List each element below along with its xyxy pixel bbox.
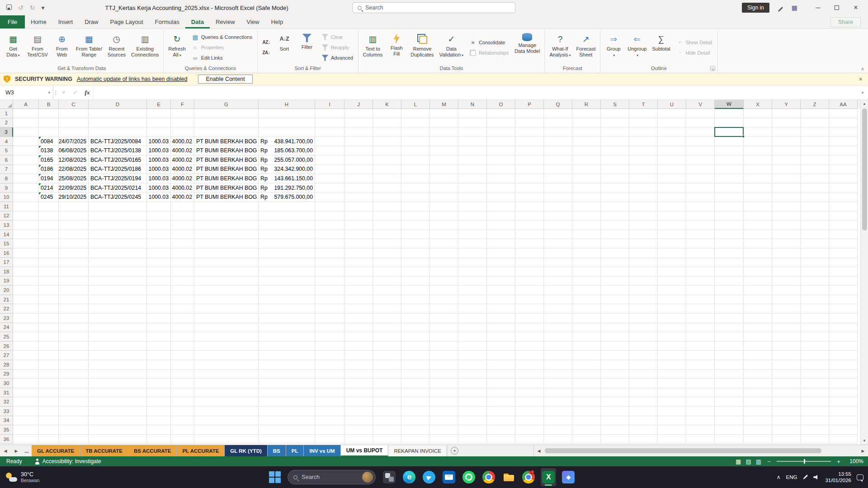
cell-y22[interactable] xyxy=(772,304,801,314)
cell-p11[interactable] xyxy=(515,202,544,211)
column-header-k[interactable]: K xyxy=(373,100,401,109)
cell-n17[interactable] xyxy=(458,258,487,267)
cell-p1[interactable] xyxy=(515,109,544,118)
cell-k34[interactable] xyxy=(373,416,401,426)
cell-k30[interactable] xyxy=(373,379,401,388)
cell-m3[interactable] xyxy=(430,127,458,137)
cell-n8[interactable] xyxy=(458,174,487,183)
cell-f22[interactable] xyxy=(171,304,194,314)
formula-bar-expand-icon[interactable]: ▾ xyxy=(857,85,868,99)
cell-n2[interactable] xyxy=(458,118,487,128)
cell-o33[interactable] xyxy=(487,407,515,416)
row-header-23[interactable]: 23 xyxy=(0,314,13,323)
cell-s26[interactable] xyxy=(601,342,629,351)
cell-l30[interactable] xyxy=(401,379,430,388)
ribbon-display-options-icon[interactable]: ▦ xyxy=(792,4,797,11)
cell-f31[interactable] xyxy=(171,388,194,398)
cell-s20[interactable] xyxy=(601,286,629,295)
cell-u10[interactable] xyxy=(658,192,686,202)
cell-x25[interactable] xyxy=(744,332,772,342)
cell-u22[interactable] xyxy=(658,304,686,314)
cell-v9[interactable] xyxy=(686,183,715,193)
cell-r8[interactable] xyxy=(572,174,601,183)
cell-e31[interactable] xyxy=(147,388,171,398)
column-header-i[interactable]: I xyxy=(315,100,344,109)
sheet-tab-inv-vs-um[interactable]: INV vs UM xyxy=(304,445,340,456)
cell-p22[interactable] xyxy=(515,304,544,314)
cell-z7[interactable] xyxy=(801,165,829,174)
cell-u19[interactable] xyxy=(658,277,686,286)
cell-a25[interactable] xyxy=(13,332,39,342)
cell-d25[interactable] xyxy=(89,332,147,342)
cell-p4[interactable] xyxy=(515,137,544,146)
cell-x12[interactable] xyxy=(744,211,772,221)
cell-u16[interactable] xyxy=(658,249,686,258)
cell-o9[interactable] xyxy=(487,183,515,193)
cell-x1[interactable] xyxy=(744,109,772,118)
cell-r13[interactable] xyxy=(572,221,601,230)
cell-n11[interactable] xyxy=(458,202,487,211)
column-header-z[interactable]: Z xyxy=(801,100,829,109)
enable-content-button[interactable]: Enable Content xyxy=(198,75,252,84)
cell-p19[interactable] xyxy=(515,277,544,286)
cell-h14[interactable] xyxy=(259,230,315,239)
cell-j36[interactable] xyxy=(344,435,373,444)
cell-v5[interactable] xyxy=(686,146,715,155)
cell-h22[interactable] xyxy=(259,304,315,314)
cell-w14[interactable] xyxy=(715,230,744,239)
cell-r31[interactable] xyxy=(572,388,601,398)
cell-i12[interactable] xyxy=(315,211,344,221)
cell-n26[interactable] xyxy=(458,342,487,351)
cell-d4[interactable]: BCA-TTJ/2025/0084 xyxy=(89,137,147,146)
cell-x15[interactable] xyxy=(744,239,772,249)
row-header-18[interactable]: 18 xyxy=(0,267,13,277)
cell-j28[interactable] xyxy=(344,360,373,370)
cell-x17[interactable] xyxy=(744,258,772,267)
cell-a12[interactable] xyxy=(13,211,39,221)
cell-z27[interactable] xyxy=(801,351,829,360)
cell-p26[interactable] xyxy=(515,342,544,351)
sheet-tab-rekapan-invoice[interactable]: REKAPAN INVOICE xyxy=(388,445,447,456)
cell-s12[interactable] xyxy=(601,211,629,221)
cell-x7[interactable] xyxy=(744,165,772,174)
accessibility-status[interactable]: Accessibility: Investigate xyxy=(35,458,101,465)
cell-e12[interactable] xyxy=(147,211,171,221)
cell-t22[interactable] xyxy=(629,304,658,314)
cell-y29[interactable] xyxy=(772,370,801,379)
cell-z8[interactable] xyxy=(801,174,829,183)
cell-v2[interactable] xyxy=(686,118,715,128)
cell-aa19[interactable] xyxy=(829,277,858,286)
editing-mode-icon[interactable] xyxy=(778,5,783,11)
cell-i3[interactable] xyxy=(315,127,344,137)
cell-h3[interactable] xyxy=(259,127,315,137)
cell-r19[interactable] xyxy=(572,277,601,286)
cell-w6[interactable] xyxy=(715,155,744,165)
cell-d30[interactable] xyxy=(89,379,147,388)
cell-a18[interactable] xyxy=(13,267,39,277)
column-header-s[interactable]: S xyxy=(601,100,629,109)
cell-w32[interactable] xyxy=(715,397,744,407)
cell-m7[interactable] xyxy=(430,165,458,174)
cell-z17[interactable] xyxy=(801,258,829,267)
cell-g24[interactable] xyxy=(194,323,259,333)
cell-y18[interactable] xyxy=(772,267,801,277)
cell-h25[interactable] xyxy=(259,332,315,342)
cell-l8[interactable] xyxy=(401,174,430,183)
cell-y14[interactable] xyxy=(772,230,801,239)
cell-g7[interactable]: PT BUMI BERKAH BOG xyxy=(194,165,259,174)
cell-i35[interactable] xyxy=(315,425,344,435)
cell-r15[interactable] xyxy=(572,239,601,249)
cell-q10[interactable] xyxy=(544,192,572,202)
row-header-13[interactable]: 13 xyxy=(0,221,13,230)
ribbon-button-existing-connections[interactable]: ▥ExistingConnections xyxy=(129,31,161,64)
cell-i20[interactable] xyxy=(315,286,344,295)
cell-n5[interactable] xyxy=(458,146,487,155)
cell-f28[interactable] xyxy=(171,360,194,370)
cell-t9[interactable] xyxy=(629,183,658,193)
cell-q25[interactable] xyxy=(544,332,572,342)
cell-l13[interactable] xyxy=(401,221,430,230)
cell-n30[interactable] xyxy=(458,379,487,388)
cell-t3[interactable] xyxy=(629,127,658,137)
cell-h28[interactable] xyxy=(259,360,315,370)
cell-k28[interactable] xyxy=(373,360,401,370)
